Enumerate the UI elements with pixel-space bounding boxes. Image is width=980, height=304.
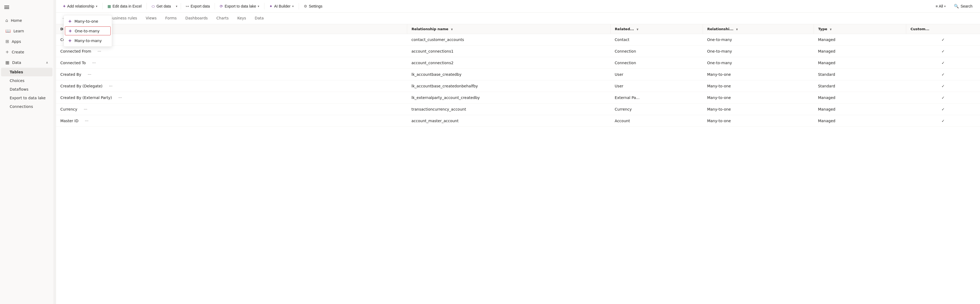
many-to-one-option[interactable]: + Many-to-one	[64, 16, 112, 26]
cell-type-1: Managed	[814, 46, 906, 57]
reltype-text-1: One-to-many	[707, 49, 732, 53]
sidebar-item-create[interactable]: + Create	[1, 46, 52, 57]
settings-button[interactable]: ⚙ Settings	[301, 2, 325, 10]
separator-4	[215, 3, 215, 10]
tab-views[interactable]: Views	[142, 13, 161, 24]
col-header-custom[interactable]: Custom...	[906, 24, 980, 34]
sidebar-sub-item-dataflows[interactable]: Dataflows	[1, 85, 52, 94]
col-reltype-label: Relationshi...	[707, 27, 733, 31]
cell-reltype-2: One-to-many	[703, 57, 814, 69]
add-plus-icon: +	[63, 4, 65, 9]
sidebar-item-data[interactable]: ▦ Data ∧	[1, 57, 52, 68]
col-related-label: Related...	[615, 27, 634, 31]
type-text-5: Managed	[818, 96, 835, 100]
related-text-2: Connection	[615, 61, 636, 65]
custom-checkmark-0: ✓	[942, 37, 945, 42]
rel-name-text-6: transactioncurrency_account	[412, 107, 466, 111]
sidebar-sub-item-choices[interactable]: Choices	[1, 76, 52, 85]
table-row: Connected From ··· account_connections1 …	[56, 46, 980, 57]
table-row: Created By (External Party) ··· lk_exter…	[56, 92, 980, 104]
row-more-button-1[interactable]: ···	[96, 48, 103, 54]
cell-custom-7: ✓	[906, 115, 980, 127]
row-more-button-4[interactable]: ···	[107, 83, 114, 89]
sidebar-sub-label-tables: Tables	[10, 70, 23, 74]
export-lake-button[interactable]: ⟳ Export to data lake ▾	[217, 2, 262, 10]
sidebar-item-learn[interactable]: 📖 Learn	[1, 26, 52, 36]
table-header-row: Display name ↑ ∨ Relationship name ∨ Rel…	[56, 24, 980, 34]
row-more-button-3[interactable]: ···	[86, 72, 93, 77]
sidebar-item-home[interactable]: ⌂ Home	[1, 15, 52, 26]
row-more-button-2[interactable]: ···	[91, 60, 97, 66]
toolbar-right: ≡ All ▾ 🔍 Search	[933, 2, 976, 10]
export-data-label: Export data	[191, 4, 210, 8]
edit-excel-icon: ▦	[107, 4, 111, 8]
tab-data-label: Data	[255, 16, 264, 20]
tab-views-label: Views	[146, 16, 157, 20]
many-to-many-option[interactable]: + Many-to-many	[64, 36, 112, 45]
col-header-reltype[interactable]: Relationshi... ∨	[703, 24, 814, 34]
get-data-label: Get data	[156, 4, 171, 8]
related-text-6: Currency	[615, 107, 632, 111]
cell-rel-name-7: account_master_account	[407, 115, 611, 127]
edit-excel-label: Edit data in Excel	[113, 4, 142, 8]
tab-data[interactable]: Data	[250, 13, 268, 24]
scrollbar[interactable]	[54, 0, 56, 304]
one-to-many-plus-icon: +	[68, 28, 72, 34]
sort-icons-rel: ∨	[450, 27, 453, 31]
rel-name-text-4: lk_accountbase_createdonbehalfby	[412, 84, 478, 88]
separator-2	[146, 3, 147, 10]
cell-related-6: Currency	[611, 104, 703, 115]
relationships-table: Display name ↑ ∨ Relationship name ∨ Rel…	[56, 24, 980, 127]
reltype-text-5: Many-to-one	[707, 96, 731, 100]
type-text-6: Managed	[818, 107, 835, 111]
sidebar-sub-label-export: Export to data lake	[10, 96, 46, 100]
related-text-0: Contact	[615, 37, 629, 42]
tab-dashboards[interactable]: Dashboards	[181, 13, 212, 24]
display-name-text-7: Master ID	[60, 119, 78, 123]
tab-charts[interactable]: Charts	[212, 13, 233, 24]
cell-display-name-1: Connected From ···	[56, 46, 407, 57]
filter-button[interactable]: ≡ All ▾	[933, 2, 948, 10]
sidebar-sub-item-tables[interactable]: Tables	[1, 68, 52, 76]
custom-checkmark-7: ✓	[942, 119, 945, 123]
cell-related-7: Account	[611, 115, 703, 127]
export-data-button[interactable]: ↦ Export data	[183, 2, 213, 10]
col-header-related[interactable]: Related... ∨	[611, 24, 703, 34]
custom-checkmark-2: ✓	[942, 61, 945, 65]
row-more-button-7[interactable]: ···	[83, 118, 90, 124]
get-data-chevron-button[interactable]: ▾	[175, 3, 178, 10]
sidebar-sub-item-export[interactable]: Export to data lake	[1, 94, 52, 102]
sidebar-item-apps[interactable]: ⊞ Apps	[1, 36, 52, 46]
cell-type-7: Managed	[814, 115, 906, 127]
row-more-button-5[interactable]: ···	[117, 95, 123, 101]
one-to-many-option[interactable]: + One-to-many	[65, 26, 111, 35]
col-header-type[interactable]: Type ∨	[814, 24, 906, 34]
get-data-button[interactable]: ⬭ Get data	[149, 2, 174, 10]
sidebar-sub-item-connections[interactable]: Connections	[1, 102, 52, 111]
table-row: Company Name ··· contact_customer_accoun…	[56, 34, 980, 46]
type-text-1: Managed	[818, 49, 835, 53]
row-more-button-6[interactable]: ···	[82, 106, 89, 112]
filter-lines-icon: ≡	[935, 4, 938, 8]
cell-reltype-6: Many-to-one	[703, 104, 814, 115]
cell-rel-name-6: transactioncurrency_account	[407, 104, 611, 115]
cell-custom-2: ✓	[906, 57, 980, 69]
cell-reltype-3: Many-to-one	[703, 69, 814, 80]
table-row: Connected To ··· account_connections2 Co…	[56, 57, 980, 69]
many-to-one-label: Many-to-one	[74, 19, 98, 24]
search-button[interactable]: 🔍 Search	[951, 2, 976, 10]
ai-builder-icon: ✦	[269, 4, 272, 8]
related-text-4: User	[615, 84, 624, 88]
hamburger-menu[interactable]	[0, 2, 54, 14]
tab-forms[interactable]: Forms	[161, 13, 181, 24]
sidebar: ⌂ Home 📖 Learn ⊞ Apps + Create ▦ Data ∧ …	[0, 0, 54, 304]
col-header-relationship-name[interactable]: Relationship name ∨	[407, 24, 611, 34]
display-name-text-1: Connected From	[60, 49, 91, 53]
custom-checkmark-1: ✓	[942, 49, 945, 53]
edit-excel-button[interactable]: ▦ Edit data in Excel	[105, 2, 144, 10]
add-relationship-button[interactable]: + Add relationship ▾	[60, 2, 100, 10]
ai-builder-button[interactable]: ✦ AI Builder ▾	[267, 2, 296, 10]
tab-keys[interactable]: Keys	[233, 13, 250, 24]
cell-rel-name-5: lk_externalparty_account_createdby	[407, 92, 611, 104]
create-icon: +	[5, 50, 9, 54]
